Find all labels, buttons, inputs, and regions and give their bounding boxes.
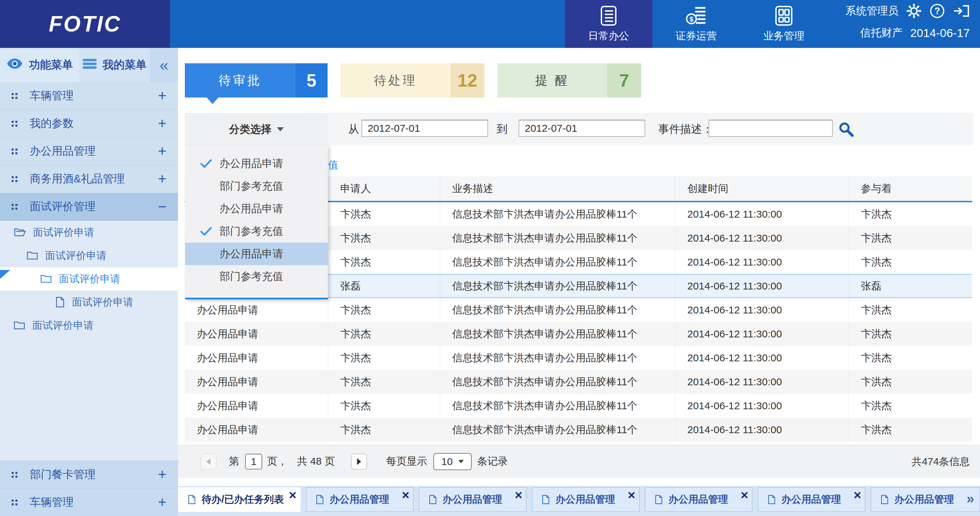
expand-toggle-icon[interactable]: + bbox=[158, 171, 166, 187]
table-cell-applicant: 卞洪杰 bbox=[328, 394, 440, 418]
table-row[interactable]: 办公用品申请卞洪杰信息技术部卞洪杰申请办公用品胶棒11个2014-06-12 1… bbox=[185, 418, 972, 442]
sidebar-item[interactable]: 商务用酒&礼品管理+ bbox=[0, 165, 178, 193]
dropdown-item[interactable]: 部门参考充值 bbox=[185, 220, 328, 243]
gear-icon[interactable] bbox=[906, 3, 922, 19]
tab-label: 我的菜单 bbox=[103, 57, 146, 73]
expand-toggle-icon[interactable]: + bbox=[158, 143, 166, 159]
current-date: 2014-06-17 bbox=[910, 26, 970, 40]
next-page-button[interactable] bbox=[351, 454, 367, 470]
arrow-left-icon bbox=[207, 458, 210, 465]
table-row[interactable]: 办公用品申请卞洪杰信息技术部卞洪杰申请办公用品胶棒11个2014-06-12 1… bbox=[185, 346, 972, 370]
table-cell-participant: 卞洪杰 bbox=[848, 226, 972, 250]
summary-card-2[interactable]: 待处理12 bbox=[340, 63, 484, 97]
top-tab-3[interactable]: 业务管理 bbox=[740, 0, 828, 48]
folder-open-icon bbox=[14, 227, 26, 237]
summary-cards: 待审批5待处理12提 醒7 bbox=[185, 63, 641, 97]
top-tab-label: 日常办公 bbox=[588, 29, 629, 43]
bottom-tab-label: 办公用品管理 bbox=[894, 493, 954, 506]
close-icon[interactable] bbox=[741, 490, 748, 501]
expand-toggle-icon[interactable]: + bbox=[158, 115, 166, 132]
prev-page-button[interactable] bbox=[200, 454, 216, 470]
arrow-right-icon bbox=[357, 458, 361, 465]
per-page-select[interactable]: 10 bbox=[433, 453, 472, 470]
table-cell-created: 2014-06-12 11:30:00 bbox=[675, 298, 848, 322]
table-cell-type: 办公用品申请 bbox=[185, 322, 328, 346]
close-icon[interactable] bbox=[854, 490, 861, 501]
sidebar-collapse-button[interactable]: « bbox=[150, 48, 178, 82]
table-cell-type: 办公用品申请 bbox=[185, 370, 328, 394]
tree-item-label: 面试评价申请 bbox=[59, 272, 121, 286]
table-row[interactable]: 办公用品申请卞洪杰信息技术部卞洪杰申请办公用品胶棒11个2014-06-12 1… bbox=[185, 298, 972, 322]
sidebar-item-label: 面试评价管理 bbox=[30, 199, 158, 214]
tab-overflow-chevron[interactable]: » bbox=[967, 491, 974, 506]
tree-item[interactable]: 面试评价申请 bbox=[0, 291, 178, 314]
bottom-tab-2[interactable]: 办公用品管理 bbox=[306, 487, 414, 512]
table-cell-type: 办公用品申请 bbox=[185, 346, 328, 370]
summary-card-3[interactable]: 提 醒7 bbox=[497, 63, 641, 97]
close-icon[interactable] bbox=[289, 490, 296, 501]
dropdown-item[interactable]: 部门参考充值 bbox=[185, 265, 328, 288]
help-icon[interactable]: ? bbox=[929, 3, 945, 19]
table-cell-created: 2014-06-12 11:30:00 bbox=[675, 370, 848, 394]
sidebar-item[interactable]: 车辆管理+ bbox=[0, 488, 178, 516]
bottom-tab-3[interactable]: 办公用品管理 bbox=[419, 487, 527, 512]
tree-item[interactable]: 面试评价申请 bbox=[0, 314, 178, 337]
svg-text:?: ? bbox=[934, 6, 940, 16]
bottom-tab-1[interactable]: 待办/已办任务列表 bbox=[178, 487, 301, 512]
expand-toggle-icon[interactable]: − bbox=[158, 198, 166, 215]
dropdown-item[interactable]: 办公用品申请 bbox=[185, 197, 328, 220]
dropdown-item[interactable]: 办公用品申请 bbox=[185, 152, 328, 175]
table-cell-participant: 卞洪杰 bbox=[848, 250, 972, 274]
close-icon[interactable] bbox=[515, 490, 522, 501]
sidebar-item[interactable]: 面试评价管理− bbox=[0, 193, 178, 221]
total-records: 共474条信息 bbox=[912, 445, 970, 478]
date-from-input[interactable] bbox=[361, 120, 488, 137]
tree-item[interactable]: 面试评价申请 bbox=[0, 244, 178, 267]
table-row[interactable]: 办公用品申请卞洪杰信息技术部卞洪杰申请办公用品胶棒11个2014-06-12 1… bbox=[185, 394, 972, 418]
summary-card-1[interactable]: 待审批5 bbox=[185, 63, 328, 97]
tab-function-menu[interactable]: 功能菜单 bbox=[0, 48, 80, 82]
table-row[interactable]: 办公用品申请卞洪杰信息技术部卞洪杰申请办公用品胶棒11个2014-06-12 1… bbox=[185, 322, 972, 346]
table-cell-type: 办公用品申请 bbox=[185, 418, 328, 442]
table-cell-type: 办公用品申请 bbox=[185, 298, 328, 322]
sidebar-menu-top: 车辆管理+我的参数+办公用品管理+商务用酒&礼品管理+面试评价管理− bbox=[0, 82, 178, 221]
dropdown-item-label: 部门参考充值 bbox=[220, 224, 283, 238]
top-tab-2[interactable]: $证券运营 bbox=[652, 0, 740, 48]
event-desc-input[interactable] bbox=[708, 120, 833, 137]
bottom-tab-7[interactable]: 办公用品管理» bbox=[871, 487, 980, 512]
bottom-tab-5[interactable]: 办公用品管理 bbox=[645, 487, 752, 512]
tree-item[interactable]: 面试评价申请 bbox=[0, 221, 178, 244]
tree-item[interactable]: 面试评价申请 bbox=[0, 267, 178, 291]
sidebar-item-label: 办公用品管理 bbox=[30, 144, 158, 159]
sidebar-item[interactable]: 我的参数+ bbox=[0, 110, 178, 138]
page-icon bbox=[654, 494, 663, 505]
page-number-input[interactable]: 1 bbox=[245, 454, 262, 470]
tab-my-menu[interactable]: 我的菜单 bbox=[80, 48, 150, 82]
logout-icon[interactable] bbox=[953, 3, 970, 19]
top-tab-1[interactable]: 日常办公 bbox=[565, 0, 652, 48]
table-header-cell: 申请人 bbox=[328, 176, 440, 201]
expand-toggle-icon[interactable]: + bbox=[158, 87, 166, 104]
table-cell-participant: 卞洪杰 bbox=[848, 418, 972, 442]
dropdown-item[interactable]: 部门参考充值 bbox=[185, 175, 328, 197]
dropdown-item[interactable]: 办公用品申请 bbox=[185, 243, 328, 265]
tree-item-label: 面试评价申请 bbox=[32, 319, 94, 333]
expand-toggle-icon[interactable]: + bbox=[158, 467, 166, 483]
bottom-tab-4[interactable]: 办公用品管理 bbox=[532, 487, 640, 512]
expand-toggle-icon[interactable]: + bbox=[158, 494, 166, 511]
date-to-input[interactable] bbox=[519, 120, 645, 137]
category-select-label: 分类选择 bbox=[229, 122, 272, 137]
close-icon[interactable] bbox=[402, 490, 409, 501]
sidebar-item[interactable]: 部门餐卡管理+ bbox=[0, 460, 178, 488]
bottom-tab-6[interactable]: 办公用品管理 bbox=[758, 487, 865, 512]
table-cell-created: 2014-06-12 11:30:00 bbox=[675, 250, 848, 274]
table-row[interactable]: 办公用品申请卞洪杰信息技术部卞洪杰申请办公用品胶棒11个2014-06-12 1… bbox=[185, 370, 972, 394]
close-icon[interactable] bbox=[628, 490, 635, 501]
page-icon bbox=[541, 494, 550, 505]
search-icon[interactable] bbox=[838, 121, 854, 139]
sidebar-item[interactable]: 车辆管理+ bbox=[0, 82, 178, 110]
sidebar-tabs: 功能菜单 我的菜单 « bbox=[0, 48, 178, 82]
category-select[interactable]: 分类选择 bbox=[185, 113, 328, 145]
table-cell-description: 信息技术部卞洪杰申请办公用品胶棒11个 bbox=[440, 418, 675, 442]
sidebar-item[interactable]: 办公用品管理+ bbox=[0, 138, 178, 165]
